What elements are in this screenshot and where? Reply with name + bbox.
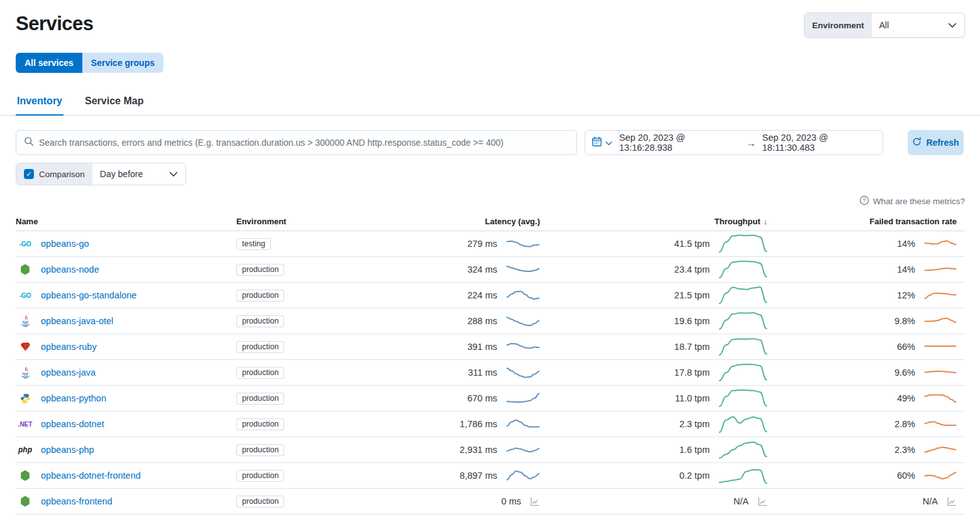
service-link[interactable]: opbeans-go-standalone	[41, 290, 136, 300]
service-link[interactable]: opbeans-node	[41, 264, 99, 275]
failed-rate-sparkline	[924, 315, 957, 327]
start-date[interactable]: Sep 20, 2023 @ 13:16:28.938	[619, 133, 741, 153]
table-row: opbeans-python production 670 ms 11.0 tp…	[16, 386, 965, 411]
node-icon	[18, 264, 32, 275]
comparison-checkbox-group[interactable]: ✓ Comparison	[16, 163, 92, 185]
all-services-button[interactable]: All services	[16, 53, 82, 73]
throughput-sparkline	[718, 311, 768, 331]
comparison-select[interactable]: Day before	[92, 163, 185, 185]
environment-badge: production	[236, 264, 284, 276]
latency-value: 8,897 ms	[460, 471, 497, 481]
failed-rate-value: 49%	[897, 393, 915, 403]
latency-value: 324 ms	[467, 264, 497, 275]
failed-rate-value: 9.8%	[895, 316, 915, 326]
latency-value: 670 ms	[467, 393, 497, 403]
metrics-help-link[interactable]: ? What are these metrics?	[0, 195, 980, 207]
column-header-name[interactable]: Name	[16, 217, 236, 226]
environment-badge: production	[236, 367, 284, 379]
environment-badge: production	[236, 418, 284, 430]
throughput-value: 2.3 tpm	[680, 419, 710, 429]
throughput-value: 19.6 tpm	[674, 316, 710, 326]
throughput-value: 0.2 tpm	[680, 471, 710, 481]
environment-filter-select[interactable]: All	[872, 13, 964, 37]
environment-badge: production	[236, 315, 284, 327]
throughput-value: 18.7 tpm	[674, 342, 710, 352]
latency-sparkline	[506, 444, 540, 457]
latency-value: 1,786 ms	[460, 419, 497, 429]
throughput-header-label: Throughput	[715, 217, 761, 226]
table-row: php opbeans-php production 2,931 ms 1.6 …	[16, 437, 965, 463]
comparison-value: Day before	[100, 169, 143, 179]
table-row: opbeans-ruby production 391 ms 18.7 tpm …	[16, 334, 965, 360]
search-bar[interactable]	[16, 130, 577, 155]
column-header-environment: Environment	[236, 217, 397, 226]
failed-rate-sparkline	[924, 418, 957, 430]
failed-rate-sparkline	[924, 264, 957, 276]
table-row: .NET opbeans-dotnet production 1,786 ms …	[16, 411, 965, 437]
latency-sparkline	[506, 263, 540, 276]
comparison-label: Comparison	[39, 170, 85, 179]
throughput-sparkline	[757, 496, 768, 506]
tab-inventory[interactable]: Inventory	[16, 89, 63, 116]
apm-services-page: Services Environment All All services Se…	[0, 0, 980, 517]
throughput-sparkline	[718, 465, 768, 486]
service-link[interactable]: opbeans-ruby	[41, 342, 97, 352]
comparison-checkbox[interactable]: ✓	[24, 169, 34, 179]
node-icon	[18, 470, 32, 481]
date-range-arrow-icon: →	[747, 138, 756, 148]
service-link[interactable]: opbeans-dotnet	[41, 419, 104, 429]
environment-badge: production	[236, 470, 284, 482]
refresh-button[interactable]: Refresh	[908, 130, 964, 155]
throughput-sparkline	[718, 234, 768, 254]
failed-rate-value: 9.6%	[895, 367, 915, 378]
latency-value: 279 ms	[467, 239, 497, 249]
failed-rate-value: 66%	[897, 342, 915, 352]
service-link[interactable]: opbeans-java-otel	[41, 316, 113, 326]
service-link[interactable]: opbeans-java	[41, 367, 96, 378]
failed-rate-value: 14%	[897, 264, 915, 275]
environment-badge: production	[236, 444, 284, 456]
latency-sparkline	[506, 237, 540, 251]
chevron-down-icon	[169, 169, 178, 179]
search-input[interactable]	[39, 138, 569, 148]
column-header-failed-rate[interactable]: Failed transaction rate	[768, 217, 965, 226]
service-link[interactable]: opbeans-python	[41, 393, 106, 403]
table-row: opbeans-java-otel production 288 ms 19.6…	[16, 308, 965, 334]
service-groups-button[interactable]: Service groups	[82, 53, 163, 73]
column-header-latency[interactable]: Latency (avg.)	[397, 217, 544, 226]
throughput-value: 41.5 tpm	[674, 239, 710, 249]
throughput-value: 11.0 tpm	[675, 393, 710, 403]
page-title: Services	[16, 13, 94, 35]
throughput-value: 21.5 tpm	[674, 290, 710, 300]
java-icon	[18, 315, 32, 327]
go-icon: -GO	[18, 291, 32, 299]
svg-text:?: ?	[862, 197, 866, 204]
environment-filter-value: All	[879, 20, 889, 30]
comparison-control: ✓ Comparison Day before	[16, 163, 186, 185]
latency-sparkline	[506, 392, 540, 405]
table-row: opbeans-frontend production 0 ms N/A N/A	[16, 489, 965, 514]
refresh-icon	[912, 137, 922, 148]
failed-rate-sparkline	[924, 341, 957, 353]
environment-badge: production	[236, 393, 284, 405]
service-link[interactable]: opbeans-php	[41, 445, 94, 455]
service-link[interactable]: opbeans-frontend	[41, 496, 113, 506]
column-header-throughput[interactable]: Throughput ↓	[544, 217, 768, 226]
throughput-sparkline	[718, 362, 768, 383]
services-view-toggle: All services Service groups	[16, 53, 163, 73]
latency-value: 0 ms	[502, 496, 521, 506]
date-quick-select-button[interactable]	[585, 131, 619, 155]
service-link[interactable]: opbeans-dotnet-frontend	[41, 471, 141, 481]
service-link[interactable]: opbeans-go	[41, 239, 89, 249]
python-icon	[18, 393, 32, 404]
tab-bar: Inventory Service Map	[0, 89, 980, 116]
environment-badge: testing	[236, 238, 271, 250]
chevron-down-icon	[948, 20, 957, 30]
failed-rate-value: N/A	[923, 496, 938, 506]
tab-service-map[interactable]: Service Map	[84, 89, 145, 115]
end-date[interactable]: Sep 20, 2023 @ 18:11:30.483	[763, 133, 883, 153]
table-body: -GO opbeans-go testing 279 ms 41.5 tpm 1…	[16, 231, 965, 514]
throughput-value: N/A	[734, 496, 749, 506]
failed-rate-sparkline	[947, 496, 957, 506]
environment-filter[interactable]: Environment All	[804, 13, 965, 38]
